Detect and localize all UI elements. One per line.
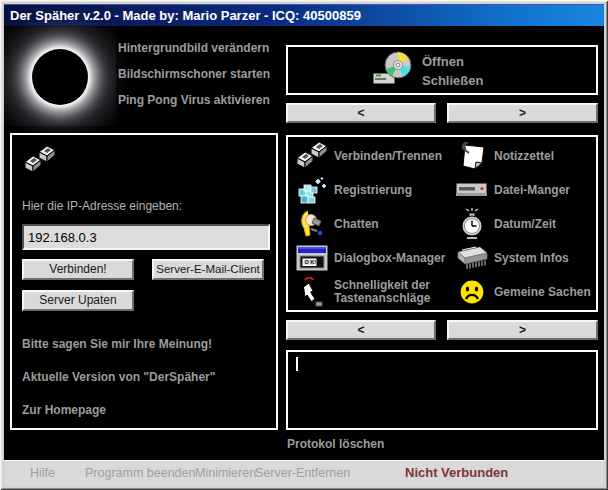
text-cursor	[296, 357, 298, 371]
cd-tray-box[interactable]: Öffnen Schließen	[286, 45, 598, 95]
connect-panel: Hier die IP-Adresse eingeben: Verbinden!…	[10, 133, 278, 430]
connection-status-badge: Nicht Verbunden	[405, 465, 508, 480]
feature-datum-zeit[interactable]: Datum/Zeit	[450, 207, 594, 241]
feature-label: Datum/Zeit	[494, 218, 556, 231]
features-prev-button[interactable]: <	[286, 320, 436, 340]
window-title: Der Späher v.2.0 - Made by: Mario Parzer…	[10, 8, 361, 23]
feature-label: Registrierung	[334, 184, 412, 197]
feature-gemeine-sachen[interactable]: Gemeine Sachen	[450, 275, 594, 309]
file-manager-icon	[450, 180, 494, 200]
cdrom-icon	[372, 50, 414, 90]
latest-version-link[interactable]: Aktuelle Version von "DerSpäher"	[22, 370, 215, 384]
system-info-icon	[450, 245, 494, 271]
status-bar: Hilfe Programm beenden Minimieren Server…	[4, 460, 604, 486]
datetime-icon	[450, 207, 494, 241]
change-wallpaper-link[interactable]: Hintergrundbild verändern	[118, 41, 269, 55]
features-next-button[interactable]: >	[447, 320, 598, 340]
connect-button[interactable]: Verbinden!	[22, 259, 134, 280]
quit-program-link[interactable]: Programm beenden	[85, 466, 195, 480]
feature-datei-manager[interactable]: Datei-Manger	[450, 173, 594, 207]
connect-icon	[22, 145, 58, 175]
eclipse-image	[4, 27, 116, 126]
app-window: Der Späher v.2.0 - Made by: Mario Parzer…	[0, 0, 608, 490]
server-update-button[interactable]: Server Upaten	[22, 290, 134, 311]
mean-icon	[450, 278, 494, 306]
svg-text:O K!: O K!	[305, 259, 317, 265]
feature-notizzettel[interactable]: Notizzettel	[450, 139, 594, 173]
features-panel: Verbinden/Trennen Notizzettel	[286, 135, 598, 312]
cd-prev-button[interactable]: <	[286, 103, 436, 123]
connect-icon	[290, 141, 334, 171]
feature-label: Gemeine Sachen	[494, 286, 591, 299]
feature-tastenanschlaege[interactable]: Schnelligkeit der Tastenanschläge	[290, 275, 450, 309]
ip-address-label: Hier die IP-Adresse eingeben:	[22, 199, 182, 213]
feedback-link[interactable]: Bitte sagen Sie mir Ihre Meinung!	[22, 337, 212, 351]
cd-close-label: Schließen	[422, 71, 483, 90]
pingpong-virus-link[interactable]: Ping Pong Virus aktivieren	[118, 93, 270, 107]
feature-label: Dialogbox-Manager	[334, 252, 445, 265]
feature-dialogbox-manager[interactable]: O K! Dialogbox-Manager	[290, 241, 450, 275]
minimize-link[interactable]: Minimieren	[195, 466, 256, 480]
protocol-log-box[interactable]	[286, 350, 598, 430]
chat-icon	[290, 209, 334, 239]
cd-next-button[interactable]: >	[447, 103, 598, 123]
registry-icon	[290, 175, 334, 205]
feature-label: Notizzettel	[494, 150, 554, 163]
feature-label: Verbinden/Trennen	[334, 150, 442, 163]
feature-registrierung[interactable]: Registrierung	[290, 173, 450, 207]
feature-label: Chatten	[334, 218, 379, 231]
homepage-link[interactable]: Zur Homepage	[22, 403, 106, 417]
start-screensaver-link[interactable]: Bildschirmschoner starten	[118, 67, 270, 81]
feature-label: System Infos	[494, 252, 569, 265]
title-bar[interactable]: Der Späher v.2.0 - Made by: Mario Parzer…	[4, 4, 604, 26]
feature-system-infos[interactable]: System Infos	[450, 241, 594, 275]
eclipse-moon-disc	[32, 49, 88, 105]
clear-protocol-link[interactable]: Protokol löschen	[287, 437, 384, 451]
server-email-button[interactable]: Server-E-Mail-Client	[152, 259, 264, 280]
keystroke-icon	[290, 277, 334, 307]
client-area: Hintergrundbild verändern Bildschirmscho…	[4, 26, 604, 460]
notes-icon	[450, 141, 494, 171]
ip-address-input[interactable]	[22, 224, 270, 250]
remove-server-link[interactable]: Server-Entfernen	[255, 466, 350, 480]
feature-chatten[interactable]: Chatten	[290, 207, 450, 241]
feature-verbinden-trennen[interactable]: Verbinden/Trennen	[290, 139, 450, 173]
cd-open-label: Öffnen	[422, 52, 483, 71]
dialogbox-icon: O K!	[290, 244, 334, 272]
help-link[interactable]: Hilfe	[30, 466, 55, 480]
feature-label: Datei-Manger	[494, 184, 570, 197]
feature-label: Schnelligkeit der Tastenanschläge	[334, 279, 450, 305]
